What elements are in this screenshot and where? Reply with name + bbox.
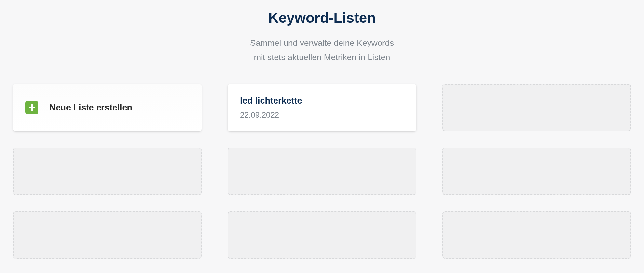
page-header: Keyword-Listen Sammel und verwalte deine…: [13, 10, 631, 64]
empty-slot: [13, 211, 202, 259]
empty-slot: [442, 211, 631, 259]
page-container: Keyword-Listen Sammel und verwalte deine…: [0, 0, 644, 268]
empty-slot: [442, 148, 631, 195]
empty-slot: [228, 148, 416, 195]
plus-icon: [25, 101, 38, 114]
list-date: 22.09.2022: [240, 110, 404, 120]
svg-rect-1: [29, 107, 35, 108]
list-grid: Neue Liste erstellen led lichterkette 22…: [13, 84, 631, 259]
subtitle-line-1: Sammel und verwalte deine Keywords: [13, 36, 631, 50]
page-subtitle: Sammel und verwalte deine Keywords mit s…: [13, 36, 631, 64]
page-title: Keyword-Listen: [13, 10, 631, 26]
list-title: led lichterkette: [240, 96, 404, 106]
empty-slot: [442, 84, 631, 131]
empty-slot: [13, 148, 202, 195]
create-list-label: Neue Liste erstellen: [49, 103, 132, 113]
keyword-list-card[interactable]: led lichterkette 22.09.2022: [228, 84, 416, 131]
subtitle-line-2: mit stets aktuellen Metriken in Listen: [13, 50, 631, 64]
create-list-card[interactable]: Neue Liste erstellen: [13, 84, 202, 131]
empty-slot: [228, 211, 416, 259]
